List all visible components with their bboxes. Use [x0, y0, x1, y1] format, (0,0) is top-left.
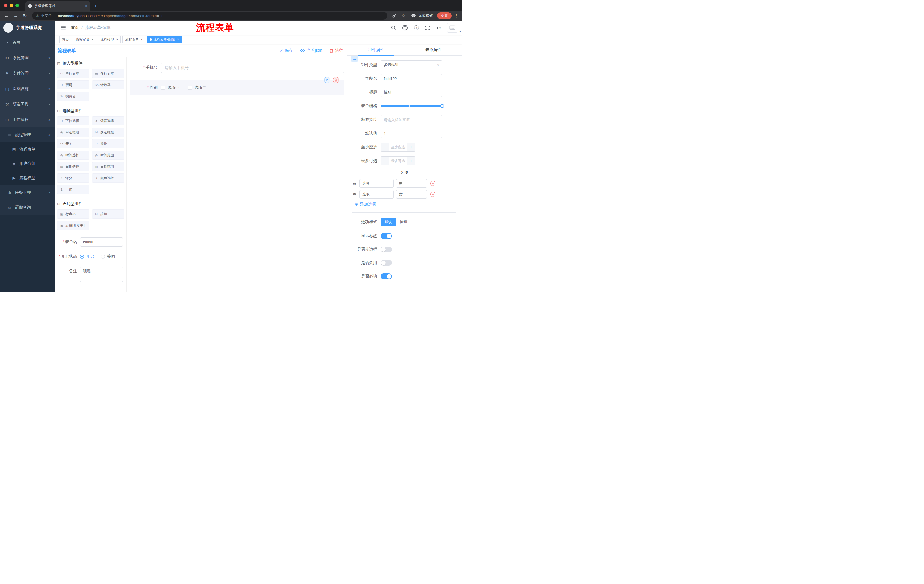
tag-close-icon[interactable]: × — [116, 38, 118, 41]
link-icon[interactable]: ∞ — [351, 56, 358, 62]
title-input[interactable] — [381, 88, 442, 97]
sidebar-item[interactable]: ◔ 首页 — [0, 35, 55, 50]
palette-item[interactable]: ↥ 上传 — [57, 185, 89, 194]
tag[interactable]: 首页 × — [59, 36, 71, 43]
component-type-select[interactable]: 多选框组 ∨ — [381, 60, 442, 69]
tab-component-props[interactable]: 组件属性 — [347, 44, 405, 56]
palette-item[interactable]: ⋔ 级联选择 — [92, 116, 124, 125]
view-json-button[interactable]: 查看json — [300, 48, 322, 53]
bookmark-star-icon[interactable]: ☆ — [400, 12, 407, 20]
form-name-input[interactable] — [80, 237, 123, 247]
phone-input[interactable] — [161, 63, 344, 73]
forward-button[interactable]: → — [12, 12, 20, 20]
palette-item[interactable]: ◉ 单选框组 — [57, 128, 89, 137]
help-icon[interactable]: ? — [414, 25, 419, 30]
tag[interactable]: 流程表单 × — [122, 36, 145, 43]
field-name-input[interactable] — [381, 74, 442, 83]
drag-handle-icon[interactable]: ≋ — [352, 181, 357, 186]
canvas-field-gender-selected[interactable]: *性别 选项一 — [130, 80, 344, 95]
sidebar-item-leave-query[interactable]: ☺ 请假查询 — [0, 200, 55, 215]
palette-item[interactable]: 123 计数器 — [92, 80, 124, 89]
toggle-switch[interactable] — [381, 273, 392, 279]
tag-close-icon[interactable]: × — [177, 38, 179, 41]
style-button-button[interactable]: 按钮 — [396, 218, 411, 226]
fullscreen-icon[interactable] — [425, 25, 430, 30]
grid-slider[interactable] — [381, 102, 442, 110]
sidebar-item[interactable]: ▢ 基础设施 ∨ — [0, 81, 55, 97]
new-tab-button[interactable]: + — [94, 3, 97, 9]
palette-item[interactable]: ⊶ 开关 — [57, 139, 89, 148]
toggle-switch[interactable] — [381, 247, 392, 252]
tab-form-props[interactable]: 表单属性 — [405, 44, 462, 56]
sidebar-item-process-model[interactable]: ▶ 流程模型 — [0, 171, 55, 185]
decrease-button[interactable]: − — [381, 156, 389, 165]
palette-item[interactable]: ✎ 编辑器 — [57, 92, 89, 101]
clear-button[interactable]: 清空 — [330, 48, 343, 53]
min-select-input[interactable] — [389, 143, 407, 151]
delete-field-button[interactable] — [333, 77, 339, 83]
drag-handle-icon[interactable]: ≋ — [352, 192, 357, 197]
tab-close-icon[interactable]: × — [85, 4, 87, 8]
remove-option-button[interactable]: − — [430, 192, 436, 197]
security-label[interactable]: 不安全 — [41, 13, 52, 18]
radio-open[interactable]: 开启 — [80, 254, 94, 259]
slider-handle[interactable] — [440, 104, 444, 108]
search-icon[interactable] — [391, 25, 396, 30]
palette-item[interactable]: ▣ 行容器 — [57, 209, 89, 219]
sidebar-item[interactable]: ⚒ 研发工具 ∨ — [0, 97, 55, 112]
style-default-button[interactable]: 默认 — [381, 218, 396, 226]
back-button[interactable]: ← — [3, 12, 10, 20]
tag[interactable]: 流程模型 × — [98, 36, 120, 43]
palette-item[interactable]: ▭ 单行文本 — [57, 69, 89, 78]
palette-item[interactable]: ⊙ 下拉选择 — [57, 116, 89, 125]
toggle-switch[interactable] — [381, 233, 392, 239]
tag-close-icon[interactable]: × — [91, 38, 94, 41]
sidebar-item[interactable]: ⚙ 系统管理 ∨ — [0, 50, 55, 66]
address-bar[interactable]: ⚠ 不安全 dashboard.yudao.iocoder.cn /bpm/ma… — [32, 12, 387, 20]
palette-item[interactable]: ▦ 日期选择 — [57, 162, 89, 171]
window-minimize-button[interactable] — [10, 4, 13, 7]
palette-item[interactable]: ☆ 评分 — [57, 173, 89, 183]
checkbox-box[interactable] — [161, 86, 165, 90]
browser-menu-icon[interactable]: ⋮ — [454, 13, 459, 18]
copy-field-button[interactable]: ⧉ — [324, 77, 330, 83]
tag[interactable]: 流程定义 × — [73, 36, 96, 43]
label-width-input[interactable] — [381, 115, 442, 124]
remove-option-button[interactable]: − — [430, 181, 436, 186]
reload-button[interactable]: ↻ — [21, 12, 29, 20]
remark-textarea[interactable]: 嘿嘿 — [80, 267, 123, 282]
hamburger-icon[interactable] — [59, 24, 67, 31]
save-button[interactable]: ✓ 保存 — [280, 48, 293, 53]
palette-item[interactable]: ☑ 多选框组 — [92, 128, 124, 137]
key-icon[interactable] — [391, 12, 398, 20]
breadcrumb-home[interactable]: 首页 — [71, 25, 79, 30]
add-option-button[interactable]: ⊕ 添加选项 — [355, 201, 456, 208]
checkbox-option[interactable]: 选项二 — [188, 85, 206, 90]
tag[interactable]: 流程表单-编辑 × — [147, 36, 182, 43]
decrease-button[interactable]: − — [381, 143, 389, 151]
toggle-switch[interactable] — [381, 260, 392, 266]
checkbox-option[interactable]: 选项一 — [161, 85, 179, 90]
palette-item[interactable]: ◑ 颜色选择 — [92, 173, 124, 183]
option-value-input[interactable] — [396, 190, 427, 199]
option-label-input[interactable] — [360, 179, 394, 188]
github-icon[interactable] — [402, 25, 408, 31]
sidebar-item-process-form[interactable]: ▤ 流程表单 — [0, 142, 55, 156]
checkbox-box[interactable] — [188, 86, 192, 90]
option-value-input[interactable] — [396, 179, 427, 188]
max-select-input[interactable] — [389, 156, 407, 165]
sidebar-item[interactable]: ¥ 支付管理 ∨ — [0, 66, 55, 81]
default-value-input[interactable] — [381, 129, 442, 138]
window-zoom-button[interactable] — [15, 4, 19, 7]
palette-item[interactable]: ◷ 时间选择 — [57, 151, 89, 160]
canvas-field-phone[interactable]: *手机号 — [130, 63, 344, 73]
palette-item[interactable]: ◴ 时间范围 — [92, 151, 124, 160]
tag-close-icon[interactable]: × — [141, 38, 143, 41]
slider-track[interactable] — [381, 105, 442, 107]
sidebar-item-user-group[interactable]: ☻ 用户分组 — [0, 156, 55, 171]
font-size-icon[interactable]: TT — [436, 26, 441, 30]
user-avatar[interactable]: ▾ — [447, 23, 457, 33]
palette-item[interactable]: ⊡ 按钮 — [92, 209, 124, 219]
sidebar-item-task-management[interactable]: ⋔ 任务管理 ∨ — [0, 185, 55, 200]
palette-item[interactable]: ⊞ 表格[开发中] — [57, 221, 89, 230]
